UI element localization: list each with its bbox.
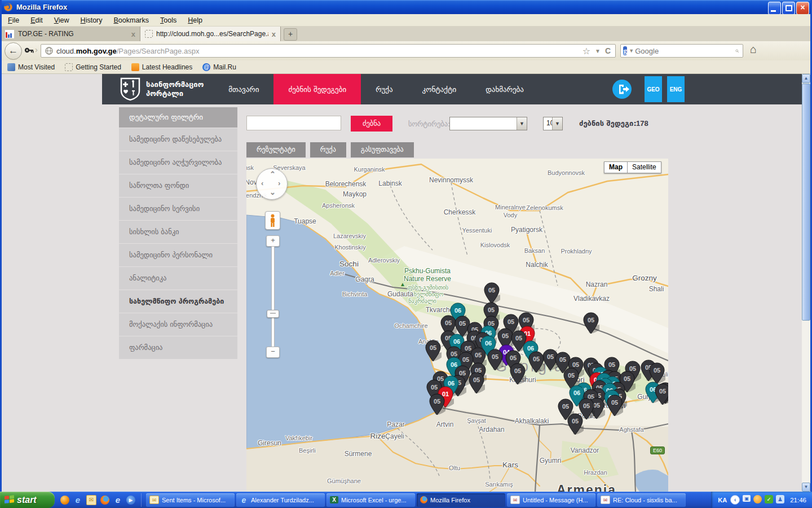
view-action-button[interactable]: რეზულტატი (246, 142, 306, 157)
sidebar-item[interactable]: საწოლთა ფონდი (119, 174, 237, 197)
tray-icon[interactable]: ‹ (730, 495, 740, 505)
tray-icon[interactable]: ♟ (776, 495, 784, 503)
menu-item[interactable]: View (48, 14, 75, 27)
map-marker[interactable]: 05 (429, 393, 445, 416)
map-marker[interactable]: 05 (425, 340, 442, 362)
quick-launch-icon[interactable] (60, 496, 69, 505)
new-tab-button[interactable]: + (284, 28, 297, 41)
map-marker[interactable]: 05 (582, 312, 599, 335)
select-arrow-icon[interactable]: ▼ (517, 117, 527, 130)
map-type-satellite-button[interactable]: Satellite (628, 161, 661, 173)
menu-item[interactable]: Help (182, 14, 208, 27)
url-bar[interactable]: cloud.moh.gov.ge/Pages/SearchPage.aspx ☆… (41, 44, 616, 58)
zoom-in-button[interactable]: + (266, 235, 280, 247)
menu-item[interactable]: Edit (25, 14, 48, 27)
pan-up-icon[interactable]: ⌃ (270, 170, 276, 178)
pan-right-icon[interactable]: › (278, 179, 280, 187)
map-marker[interactable]: 05 (487, 349, 504, 371)
task-button[interactable]: ✉RE: Cloud - sisxlis ba... (597, 493, 686, 507)
scroll-down-icon[interactable]: ▼ (802, 483, 810, 492)
sort-select[interactable]: ▼ (449, 117, 527, 130)
search-input[interactable] (246, 116, 341, 130)
sidebar-item[interactable]: სამედიცინო აღჭურვილობა (119, 151, 237, 174)
tab-topge[interactable]: TOP.GE - RATING x (0, 27, 140, 41)
map-marker[interactable]: 05 (654, 383, 668, 406)
tab-searchpage[interactable]: http://cloud.moh.go...es/SearchPage.aspx… (140, 27, 281, 41)
menu-item[interactable]: Bookmarks (108, 14, 155, 27)
quick-launch-icon[interactable]: e (73, 496, 82, 505)
task-button[interactable]: Mozilla Firefox (417, 493, 505, 507)
scroll-up-icon[interactable]: ▲ (802, 74, 810, 83)
sidebar-item[interactable]: სამედიცინო სერვისი (119, 198, 237, 220)
tray-icon[interactable]: ✓ (765, 495, 773, 503)
logout-icon[interactable] (612, 80, 632, 99)
menu-item[interactable]: Tools (155, 14, 182, 27)
language-button[interactable]: GEO (645, 76, 662, 102)
quick-launch-icon[interactable]: ✉ (86, 495, 96, 505)
zoom-slider-handle[interactable] (267, 310, 279, 318)
url-dropdown-icon[interactable]: ▼ (595, 48, 601, 54)
scrollbar-thumb[interactable] (802, 84, 810, 321)
zoom-out-button[interactable]: − (266, 347, 280, 358)
quick-launch-icon[interactable]: ▶ (126, 496, 135, 505)
street-view-pegman[interactable] (265, 211, 280, 230)
minimize-button[interactable] (768, 2, 781, 15)
sidebar-item[interactable]: სახელმწიფო პროგრამები (119, 290, 237, 313)
sidebar-item[interactable]: ფარმაცია (119, 336, 237, 359)
bookmark-item[interactable]: Getting Started (61, 63, 125, 71)
site-nav-item[interactable]: დახმარება (471, 74, 539, 104)
engine-dropdown-icon[interactable]: ▼ (629, 48, 634, 54)
home-icon[interactable]: ⌂ (750, 43, 757, 56)
sidebar-item[interactable]: მოქალაქის ინფორმაცია (119, 313, 237, 336)
quick-launch-icon[interactable] (100, 496, 109, 505)
search-engine-box[interactable]: g ▼ (620, 44, 743, 58)
page-size-select[interactable]: 10▼ (543, 117, 563, 130)
menu-item[interactable]: File (2, 14, 25, 27)
map-marker[interactable]: 05 (468, 372, 485, 395)
google-map[interactable]: mskSeverskayaKurganinskNovBelorechenskLa… (246, 159, 668, 492)
quick-launch-icon[interactable]: e (113, 496, 122, 505)
web-search-input[interactable] (634, 46, 735, 56)
tray-icon[interactable]: ▣ (743, 495, 751, 502)
select-arrow-icon[interactable]: ▼ (552, 117, 562, 130)
task-button[interactable]: XMicrosoft Excel - urge... (326, 493, 415, 507)
site-nav-item[interactable]: ძებნის შედეგები (273, 74, 361, 104)
tab-close-icon[interactable]: x (272, 30, 276, 38)
tab-close-icon[interactable]: x (131, 30, 135, 38)
search-button[interactable]: ძებნა (351, 116, 392, 132)
map-marker[interactable]: 05 (567, 413, 584, 436)
pan-left-icon[interactable]: ‹ (261, 179, 263, 187)
bookmark-item[interactable]: Most Visited (3, 63, 59, 71)
menu-item[interactable]: History (75, 14, 108, 27)
language-button[interactable]: ENG (667, 76, 685, 102)
restore-button[interactable] (782, 2, 795, 15)
sidebar-item[interactable]: სამედიცინო დაწესებულება (119, 128, 237, 151)
magnifier-icon[interactable] (735, 47, 739, 55)
language-indicator[interactable]: KA (718, 497, 727, 503)
view-action-button[interactable]: გასუფთავება (351, 142, 414, 157)
sidebar-item[interactable]: სამედიცინო პერსონალი (119, 244, 237, 266)
tray-icon[interactable] (753, 495, 762, 503)
map-marker[interactable]: 05 (606, 395, 623, 417)
map-type-map-button[interactable]: Map (604, 161, 628, 173)
map-marker[interactable]: 05 (509, 363, 526, 386)
site-nav-item[interactable]: კონტაქტი (408, 74, 471, 104)
task-button[interactable]: ✉Untitled - Message (H... (507, 493, 595, 507)
start-button[interactable]: start (0, 492, 55, 508)
page-scrollbar[interactable]: ▲ ▼ (802, 74, 810, 492)
map-marker[interactable]: 05 (483, 282, 500, 305)
pan-down-icon[interactable]: ⌄ (270, 188, 276, 196)
task-button[interactable]: eAlexander Turdziladz... (236, 493, 325, 507)
zoom-slider-track[interactable] (271, 246, 275, 348)
site-logo[interactable]: საინფორმაციოპორტალი (120, 77, 204, 101)
view-action-button[interactable]: რუქა (310, 142, 346, 157)
bookmark-item[interactable]: Latest Headlines (127, 63, 196, 71)
bookmark-star-icon[interactable]: ☆ (582, 46, 590, 56)
site-nav-item[interactable]: რუქა (361, 74, 407, 104)
close-button[interactable]: × (796, 2, 809, 15)
task-button[interactable]: ✉Sent Items - Microsof... (146, 493, 235, 507)
map-pan-control[interactable]: ⌃ ⌄ ‹ › (256, 168, 288, 200)
reload-icon[interactable]: C (605, 46, 611, 55)
map-marker[interactable]: 05 (528, 351, 545, 374)
back-button[interactable]: ← (5, 42, 22, 60)
